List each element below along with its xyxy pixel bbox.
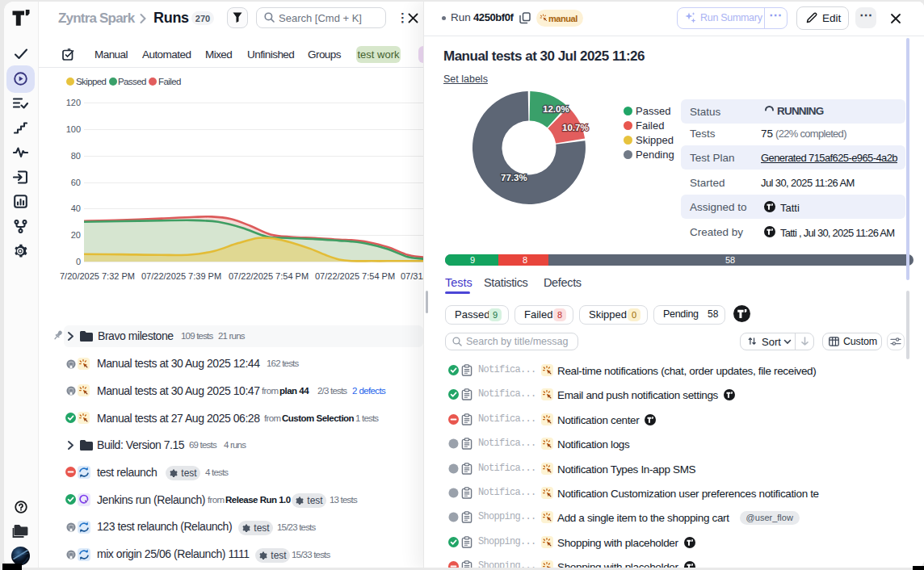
svg-text:12.0%: 12.0%	[543, 104, 569, 114]
svg-text:77.3%: 77.3%	[501, 173, 527, 182]
svg-text:10.7%: 10.7%	[562, 123, 589, 132]
